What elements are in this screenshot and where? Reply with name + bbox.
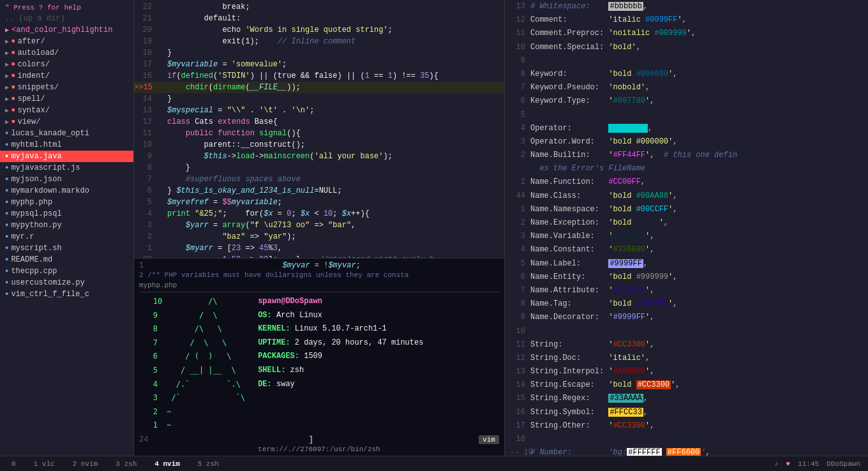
tab-1-vlc[interactable]: 1 vlc [30, 459, 59, 469]
item-label: myjson.json [11, 175, 61, 184]
sidebar-item-thecpp[interactable]: ● thecpp.cpp [0, 265, 133, 277]
folder-icon: ■ [11, 73, 15, 79]
sidebar-item-myjson[interactable]: ● myjson.json [0, 174, 133, 185]
file-icon: ● [5, 245, 8, 251]
cursor-line-num: 24 [139, 435, 148, 444]
ascii-art: 10 /\ 9 / \ 8 /\ \ 7 / \ \ 6 / ( ) \ 5 /… [139, 295, 245, 433]
code-line-6: 6 } $this_is_okay_and_1234_is_null=NULL; [134, 185, 504, 197]
arrow-icon: ▶ [5, 95, 9, 103]
rp-line-blank: es the Error's FileName [505, 162, 868, 176]
rp-line-10: 10 Comment.Special: 'bold', [505, 41, 868, 54]
file-icon: ● [5, 153, 8, 160]
sidebar-item-mypython[interactable]: ● mypython.py [0, 220, 133, 231]
sidebar-item-lucas[interactable]: ● lucas_kanade_opti [0, 128, 133, 139]
file-icon: ● [5, 222, 8, 228]
sidebar-item-usercustomize[interactable]: ● usercustomize.py [0, 277, 133, 288]
rp-line-7b: 7 Name.Attribute: '#330099', [505, 284, 868, 297]
sidebar-item-indent[interactable]: ▶ ■ indent/ [0, 70, 133, 82]
tab-0[interactable]: 0 [8, 459, 20, 469]
item-label: mymarkdown.markdo [11, 186, 89, 195]
rp-line-19: -- 19 # Number: 'bg:#FFFFFF #FF6600', [505, 446, 868, 456]
music-icon: ♪ [774, 460, 779, 468]
rp-line-6: 6 Keyword.Type: '#007780', [505, 94, 868, 108]
arrow-icon: ▶ [5, 49, 9, 57]
sidebar-item-spell[interactable]: ▶ ■ spell/ [0, 93, 133, 105]
sidebar-item-myjavascript[interactable]: ● myjavascript.js [0, 162, 133, 174]
item-label: myjavascript.js [11, 163, 80, 172]
item-label: syntax/ [17, 106, 49, 115]
tab-5-zsh[interactable]: 5 zsh [194, 459, 223, 469]
rp-line-8b: 8 Name.Tag: 'bold #330099', [505, 297, 868, 311]
time-display: 11:45 [798, 460, 819, 468]
rp-line-13: 13 # Whitespace: #bbbbbb, [505, 0, 868, 13]
code-line-19: 19 exit(1); // Inline comment [134, 36, 504, 47]
rp-line-15b: 15 String.Regex: #33AAAA, [505, 392, 868, 405]
folder-icon: ■ [11, 107, 15, 114]
file-icon: ● [5, 176, 8, 183]
sidebar-item-vimctrl[interactable]: ● vim_ctrl_f_file_c [0, 288, 133, 300]
arrow-icon: ▶ [5, 38, 9, 45]
sidebar-item-myhtml[interactable]: ● myhtml.html [0, 139, 133, 151]
folder-icon: ■ [11, 119, 15, 125]
rp-line-2: 2 Name.Builtin: '#FF44FF', # this one de… [505, 149, 868, 162]
code-line-5: 5 $myrefref = $$myvariable; [134, 197, 504, 208]
tab-2-nvim[interactable]: 2 nvim [69, 459, 102, 469]
sidebar-item-mymarkdown[interactable]: ● mymarkdown.markdo [0, 185, 133, 197]
sidebar-item-after[interactable]: ▶ ■ after/ [0, 36, 133, 47]
code-line-12: 12 class Cats extends Base{ [134, 116, 504, 128]
sidebar-item-myjava[interactable]: ● myjava.java [0, 151, 133, 162]
filename-bar: myphp.php [139, 281, 499, 292]
sidebar-item-syntax[interactable]: ▶ ■ syntax/ [0, 105, 133, 116]
sidebar: " Press ? for help .. (up a dir) ▶ <and_… [0, 0, 134, 456]
rp-line-16b: 16 String.Symbol: #FFCC33, [505, 406, 868, 419]
rp-line-3: 3 Operator.Word: 'bold #000000', [505, 135, 868, 149]
folder-icon: ■ [11, 38, 15, 45]
file-icon: ● [5, 291, 8, 297]
item-label: after/ [17, 37, 45, 46]
sidebar-item-readme[interactable]: ● README.md [0, 254, 133, 265]
code-line-4: 4 print "&25;"; for($x = 0; $x < 10; $x+… [134, 208, 504, 220]
main-container: " Press ? for help .. (up a dir) ▶ <and_… [0, 0, 868, 456]
tab-4-nvim[interactable]: 4 nvim [151, 459, 184, 469]
item-label: mypsql.psql [11, 209, 61, 218]
sidebar-item-snippets[interactable]: ▶ ■ snippets/ [0, 82, 133, 93]
item-label: thecpp.cpp [11, 267, 57, 276]
rp-line-9b: 9 Name.Decorator: '#9999FF', [505, 311, 868, 324]
sidebar-item-highlight[interactable]: ▶ <and_color_highlightin [0, 24, 133, 36]
php-comment: 2 /** PHP variables must have dollarsign… [139, 271, 499, 281]
arrow-icon: ▶ [5, 61, 9, 68]
rp-line-5: 5 [505, 108, 868, 122]
item-label: myr.r [11, 232, 34, 241]
item-label: colors/ [17, 60, 49, 69]
tab-3-zsh[interactable]: 3 zsh [112, 459, 140, 469]
sidebar-item-myr[interactable]: ● myr.r [0, 231, 133, 243]
code-line-9: 9 $this->load->mainscreen('all your base… [134, 151, 504, 162]
code-line-2b: 2 "baz" => "yar"); [134, 231, 504, 243]
shell-row: SHELL: zsh [258, 364, 423, 378]
file-icon: ● [5, 199, 8, 206]
rp-line-17b: 17 String.Other: '#CC3300', [505, 419, 868, 433]
folder-icon: ■ [11, 96, 15, 102]
code-line-21: 21 default: [134, 13, 504, 24]
item-label: mypython.py [11, 221, 61, 230]
bottom-fname: term://.//276097:/usr/bin/zsh [139, 445, 499, 453]
item-label: lucas_kanade_opti [11, 129, 89, 138]
sidebar-item-view[interactable]: ▶ ■ view/ [0, 116, 133, 128]
cursor-line-bar: 24 ] vim [139, 435, 499, 444]
arrow-icon: ▶ [5, 107, 9, 114]
code-content[interactable]: 22 break; 21 default: 20 echo 'Words in … [134, 0, 504, 258]
folder-icon: ■ [11, 84, 15, 91]
item-label: indent/ [17, 71, 49, 80]
arrow-icon: ▶ [5, 26, 9, 34]
help-text: " Press ? for help [0, 3, 133, 13]
arrow-icon: ▶ [5, 72, 9, 80]
right-pane: 13 # Whitespace: #bbbbbb, 12 Comment: 'i… [504, 0, 868, 456]
uptime-row: UPTIME: 2 days, 20 hours, 47 minutes [258, 336, 423, 350]
rp-line-11b: 11 String: '#CC3300', [505, 338, 868, 352]
sidebar-item-myscript[interactable]: ● myscript.sh [0, 243, 133, 254]
sidebar-item-autoload[interactable]: ▶ ■ autoload/ [0, 47, 133, 59]
sidebar-item-colors[interactable]: ▶ ■ colors/ [0, 59, 133, 70]
sidebar-item-up[interactable]: .. (up a dir) [0, 13, 133, 24]
sidebar-item-mypsql[interactable]: ● mypsql.psql [0, 208, 133, 220]
sidebar-item-myphp[interactable]: ● myphp.php [0, 197, 133, 208]
